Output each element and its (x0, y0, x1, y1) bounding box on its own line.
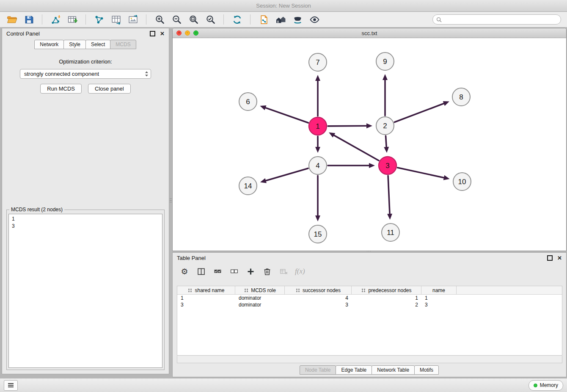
column-header-predecessor-nodes[interactable]: predecessor nodes (352, 286, 421, 294)
tab-mcds[interactable]: MCDS (110, 40, 136, 49)
close-table-panel-icon[interactable]: ✕ (557, 255, 562, 261)
tab-motifs[interactable]: Motifs (414, 365, 439, 375)
memory-button[interactable]: Memory (528, 380, 563, 391)
table-horizontal-scrollbar[interactable] (177, 356, 562, 363)
table-cell[interactable]: 1 (352, 295, 421, 301)
table-header-row: shared name MCDS role successor nodes pr… (177, 286, 562, 295)
graph-node-15[interactable]: 15 (309, 225, 327, 243)
table-row[interactable]: 3dominator323 (177, 301, 562, 308)
add-column-button[interactable] (245, 266, 256, 276)
toolbar-separator (42, 14, 42, 25)
float-panel-icon[interactable] (150, 31, 155, 36)
table-cell[interactable]: dominator (235, 302, 285, 308)
table-cell[interactable]: 3 (421, 302, 457, 308)
open-session-button[interactable] (4, 13, 19, 26)
export-image-button[interactable] (125, 13, 140, 26)
graph-edge-1-2[interactable] (328, 126, 366, 126)
zoom-window-icon[interactable]: + (193, 30, 198, 36)
search-input[interactable] (444, 16, 557, 23)
graph-edge-2-8[interactable] (394, 104, 443, 122)
zoom-out-icon (171, 14, 182, 25)
table-cell[interactable]: 4 (285, 295, 352, 301)
table-cell[interactable]: 1 (421, 295, 457, 301)
select-all-columns-button[interactable] (212, 266, 223, 276)
graph-edge-arrowhead (315, 75, 320, 81)
graph-edge-3-10[interactable] (397, 168, 444, 178)
vertical-splitter-handle[interactable] (169, 194, 172, 207)
tab-network-table[interactable]: Network Table (372, 365, 415, 375)
tab-network[interactable]: Network (34, 40, 64, 49)
optimization-criterion-select[interactable]: strongly connected component (20, 69, 151, 79)
close-panel-icon[interactable]: ✕ (160, 31, 165, 36)
network-graph[interactable]: 7968124314101511 (173, 38, 566, 251)
status-menu-button[interactable] (4, 380, 18, 391)
import-network-button[interactable] (48, 13, 63, 26)
run-mcds-button[interactable]: Run MCDS (40, 84, 82, 94)
import-table-button[interactable] (65, 13, 80, 26)
tab-select[interactable]: Select (85, 40, 110, 49)
home-button[interactable] (273, 13, 288, 26)
tab-node-table[interactable]: Node Table (300, 365, 336, 375)
save-session-button[interactable] (21, 13, 36, 26)
graph-node-4[interactable]: 4 (309, 157, 327, 174)
table-tabs: Node Table Edge Table Network Table Moti… (173, 365, 566, 375)
table-cell[interactable]: 3 (177, 302, 235, 308)
search-icon (436, 17, 442, 22)
graph-node-10[interactable]: 10 (453, 173, 471, 190)
table-row[interactable]: 1dominator411 (177, 295, 562, 301)
graph-node-3[interactable]: 3 (379, 157, 396, 174)
close-panel-button[interactable]: Close panel (88, 84, 131, 94)
tab-style[interactable]: Style (63, 40, 86, 49)
zoom-out-button[interactable] (169, 13, 184, 26)
graph-node-9[interactable]: 9 (376, 52, 394, 70)
column-header-successor-nodes[interactable]: successor nodes (285, 286, 352, 294)
graph-edge-2-3[interactable] (386, 136, 387, 147)
graph-edge-3-1[interactable] (334, 135, 379, 161)
trash-icon (263, 267, 272, 276)
table-cell[interactable]: 1 (177, 295, 235, 301)
float-table-panel-icon[interactable] (547, 255, 553, 261)
window-titlebar[interactable]: Session: New Session (0, 0, 567, 12)
network-from-clipboard-button[interactable] (256, 13, 271, 26)
save-icon (24, 14, 34, 25)
deselect-all-columns-button[interactable] (229, 266, 239, 276)
refresh-button[interactable] (229, 13, 245, 26)
network-window-titlebar[interactable]: ✕ − + scc.txt (173, 28, 566, 38)
zoom-fit-button[interactable] (186, 13, 201, 26)
style-button[interactable] (290, 13, 305, 26)
graph-edge-3-11[interactable] (388, 176, 390, 214)
delete-column-button[interactable] (262, 266, 272, 276)
graph-node-7[interactable]: 7 (309, 53, 327, 71)
network-canvas[interactable]: 7968124314101511 (173, 38, 566, 251)
search-box[interactable] (432, 14, 561, 25)
column-header-mcds-role[interactable]: MCDS role (235, 286, 285, 294)
zoom-in-button[interactable] (152, 13, 167, 26)
table-settings-button[interactable]: ⚙ (179, 266, 190, 276)
graph-node-2[interactable]: 2 (376, 117, 394, 135)
graph-node-11[interactable]: 11 (382, 224, 399, 241)
graph-edge-arrowhead (366, 123, 372, 128)
function-builder-button[interactable]: f(x) (295, 267, 305, 276)
mcds-result-list[interactable]: 13 (8, 214, 162, 368)
show-hide-button[interactable] (307, 13, 322, 26)
column-header-name[interactable]: name (421, 286, 457, 294)
zoom-selected-button[interactable] (203, 13, 218, 26)
graph-edge-4-14[interactable] (266, 168, 308, 181)
new-table-button[interactable] (108, 13, 124, 26)
table-cell[interactable]: dominator (235, 295, 285, 301)
column-header-shared-name[interactable]: shared name (177, 286, 235, 294)
tab-edge-table[interactable]: Edge Table (336, 365, 372, 375)
minimize-window-icon[interactable]: − (185, 30, 190, 36)
delete-table-button[interactable] (278, 266, 289, 276)
graph-node-1[interactable]: 1 (309, 117, 327, 135)
column-edit-icon (295, 288, 300, 293)
table-cell[interactable]: 3 (285, 302, 352, 308)
table-cell[interactable]: 2 (352, 302, 421, 308)
graph-node-6[interactable]: 6 (239, 93, 257, 110)
new-network-button[interactable] (91, 13, 107, 26)
graph-node-8[interactable]: 8 (452, 88, 470, 106)
graph-edge-1-6[interactable] (266, 108, 308, 123)
graph-node-14[interactable]: 14 (239, 177, 257, 195)
close-window-icon[interactable]: ✕ (176, 30, 182, 36)
split-columns-button[interactable] (196, 266, 206, 276)
